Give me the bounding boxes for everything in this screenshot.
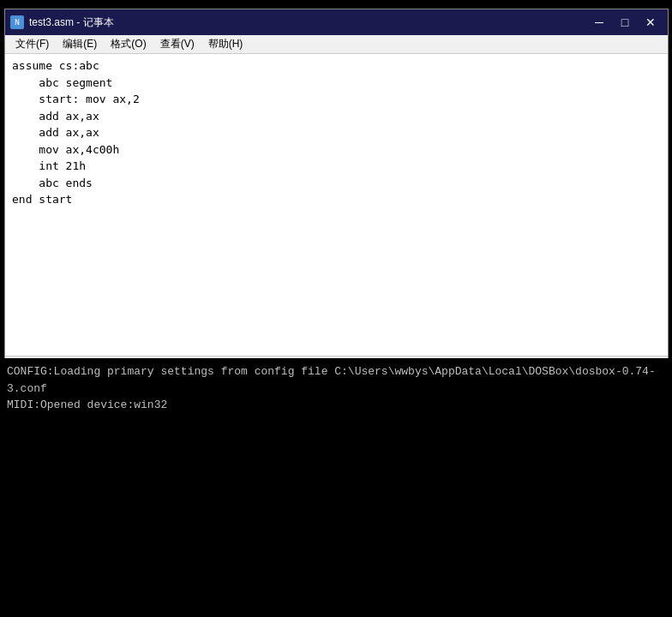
- app-icon: N: [10, 15, 24, 29]
- maximize-button[interactable]: □: [613, 14, 637, 31]
- dosbox-terminal: CONFIG:Loading primary settings from con…: [0, 358, 672, 617]
- notepad-window: N test3.asm - 记事本 ─ □ ✕ 文件(F)编辑(E)格式(O)查…: [4, 9, 669, 377]
- title-bar-left: N test3.asm - 记事本: [10, 15, 114, 30]
- window-title: test3.asm - 记事本: [29, 15, 114, 30]
- menu-item[interactable]: 格式(O): [104, 35, 153, 53]
- close-button[interactable]: ✕: [639, 14, 663, 31]
- menu-bar: 文件(F)编辑(E)格式(O)查看(V)帮助(H): [5, 35, 668, 54]
- window-controls: ─ □ ✕: [587, 14, 663, 31]
- dosbox-output: CONFIG:Loading primary settings from con…: [7, 363, 665, 414]
- title-bar: N test3.asm - 记事本 ─ □ ✕: [5, 9, 668, 35]
- menu-item[interactable]: 帮助(H): [201, 35, 250, 53]
- menu-item[interactable]: 编辑(E): [56, 35, 104, 53]
- menu-item[interactable]: 文件(F): [9, 35, 56, 53]
- editor-content: assume cs:abc abc segment start: mov ax,…: [12, 57, 661, 208]
- minimize-button[interactable]: ─: [587, 14, 611, 31]
- text-editor[interactable]: assume cs:abc abc segment start: mov ax,…: [5, 54, 668, 356]
- menu-item[interactable]: 查看(V): [153, 35, 201, 53]
